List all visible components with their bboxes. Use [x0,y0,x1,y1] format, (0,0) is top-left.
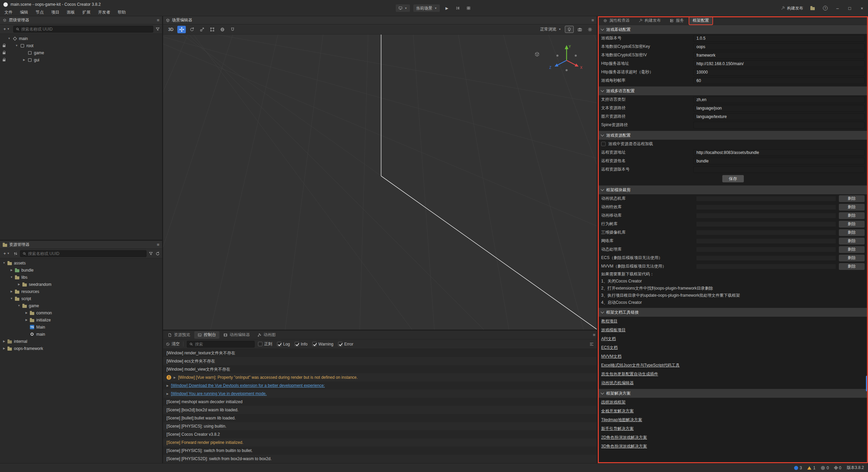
projection-3d-button[interactable]: 3D [166,26,176,33]
tree-row[interactable]: ▶ internal [0,338,162,345]
tree-row[interactable]: main [0,331,162,338]
console-filter[interactable]: Info [295,342,308,347]
checkbox-icon[interactable] [601,142,606,146]
property-input[interactable] [693,77,865,84]
tree-row[interactable]: ▶ gui [0,56,162,63]
save-button[interactable]: 保存 [722,175,744,182]
console-filter[interactable]: 正则 [258,341,272,347]
console-filter[interactable]: Log [277,342,290,347]
solution-link[interactable]: 3D角色扮演游戏解决方案 [598,442,868,451]
delete-module-button[interactable]: 删除 [839,195,865,202]
move-tool-button[interactable] [177,26,186,33]
property-input[interactable] [693,113,865,120]
tree-row[interactable]: ▼ script [0,295,162,302]
tree-row[interactable]: ▶ bundle [0,267,162,274]
status-warning-count[interactable]: 1 [807,466,815,470]
tab-animation-graph[interactable]: 动画图 [254,331,279,339]
scene-viewport[interactable]: X Z Y [163,35,597,330]
tab-property-inspector[interactable]: 属性检查器 [600,17,633,24]
delete-module-button[interactable]: 删除 [839,229,865,236]
tab-build-publish[interactable]: 构建发布 [635,17,664,24]
property-input[interactable] [693,52,865,59]
assets-search-input[interactable] [28,251,144,256]
doc-link[interactable]: ECS文档 [598,343,868,352]
lock-icon[interactable] [3,45,5,47]
log-row[interactable]: [Scene] Cocos Creator v3.8.2 [163,430,597,438]
tree-twisty[interactable]: ▼ [16,304,22,307]
solution-link[interactable]: 2D角色扮演游戏解决方案 [598,433,868,442]
tree-row[interactable]: ▼ game [0,302,162,309]
snap-button[interactable] [228,26,237,33]
status-extra-count[interactable]: 0 [834,466,842,470]
delete-module-button[interactable]: 删除 [839,238,865,244]
console-filter[interactable]: Error [338,342,353,347]
status-info-count[interactable]: 3 [794,466,802,470]
hierarchy-search-input[interactable] [21,27,151,32]
tree-twisty[interactable]: ▶ [9,290,14,293]
tree-row[interactable]: ▼ root [0,42,162,49]
tab-framework-config[interactable]: 框架配置 [689,17,712,24]
checkbox-icon[interactable] [338,342,342,346]
menu-item[interactable]: 编辑 [16,9,32,16]
log-row[interactable]: ▶ [Window] You are running Vue in develo… [163,390,597,398]
checkbox-icon[interactable] [312,342,317,346]
tree-twisty[interactable]: ▶ [9,269,14,272]
property-input[interactable] [693,166,865,173]
tree-twisty[interactable]: ▼ [1,261,7,264]
tree-row[interactable]: ▶ resources [0,288,162,295]
panel-menu-icon[interactable]: ≡ [593,332,595,337]
tree-twisty[interactable]: ▶ [16,283,22,286]
delete-module-button[interactable]: 删除 [839,263,865,270]
doc-link[interactable]: API文档 [598,334,868,343]
lock-icon[interactable] [3,52,5,54]
log-row[interactable]: [Scene] Forward render pipeline initiali… [163,438,597,447]
tree-twisty[interactable]: ▶ [24,311,29,314]
doc-link[interactable]: MVVM文档 [598,352,868,361]
log-row[interactable]: [Scene] [PHYSICS2D]: switch from box2d-w… [163,455,597,463]
section-header-docs[interactable]: 框架文档工具链接 [598,308,868,317]
delete-module-button[interactable]: 删除 [839,221,865,228]
property-input[interactable] [693,69,865,76]
hierarchy-search[interactable] [13,26,153,33]
property-input[interactable] [693,149,865,156]
tree-twisty[interactable]: ▶ [21,58,27,61]
delete-module-button[interactable]: 删除 [839,255,865,261]
tree-twisty[interactable]: ▼ [6,37,12,40]
status-error-count[interactable]: 0 [821,466,829,470]
property-input[interactable] [693,35,865,42]
axis-gizmo[interactable]: X Z Y [547,43,585,77]
log-row[interactable]: [Window] render_texture文件夹不存在 [163,349,597,357]
checkbox-icon[interactable] [258,342,262,346]
tab-asset-preview[interactable]: 资源预览 [164,331,194,339]
checkbox-icon[interactable] [277,342,281,346]
console-search-input[interactable] [195,342,252,347]
step-button[interactable] [454,4,461,12]
scene-selector[interactable]: 当前场景 ▼ [413,4,440,12]
tree-twisty[interactable]: ▶ [1,340,7,343]
section-header-modules[interactable]: 框架模块裁剪 [598,185,868,194]
tree-twisty[interactable]: ▼ [9,297,14,300]
world-space-button[interactable] [218,26,226,33]
lock-icon[interactable] [3,59,5,61]
minimize-button[interactable]: – [831,0,844,16]
clear-console-button[interactable]: 清空 [166,341,180,347]
inspector-scrollbar-thumb[interactable] [866,376,868,391]
menu-item[interactable]: 扩展 [79,9,94,16]
solution-link[interactable]: 全栈开发解决方案 [598,407,868,415]
delete-module-button[interactable]: 删除 [839,246,865,253]
scale-tool-button[interactable] [198,26,206,33]
gizmo-cube-icon[interactable] [534,52,540,57]
collapse-similar-icon[interactable] [589,342,594,347]
log-row[interactable]: [Scene] [box2d]:box2d wasm lib loaded. [163,406,597,414]
tab-console[interactable]: 控制台 [194,331,219,339]
menu-item[interactable]: 面板 [63,9,79,16]
checkbox-icon[interactable] [295,342,299,346]
tree-row[interactable]: ▼ assets [0,259,162,267]
log-row[interactable]: [Scene] [PHYSICS]: switch from builtin t… [163,447,597,455]
tree-row[interactable]: TS Main [0,323,162,331]
log-row[interactable]: ! ▶ [Window] [Vue warn]: Property "onInp… [163,373,597,381]
log-row[interactable]: ▶ [Window] Download the Vue Devtools ext… [163,381,597,390]
tree-twisty[interactable]: ▼ [9,276,14,279]
rect-tool-button[interactable] [208,26,216,33]
solution-link[interactable]: 新手引导解决方案 [598,424,868,433]
